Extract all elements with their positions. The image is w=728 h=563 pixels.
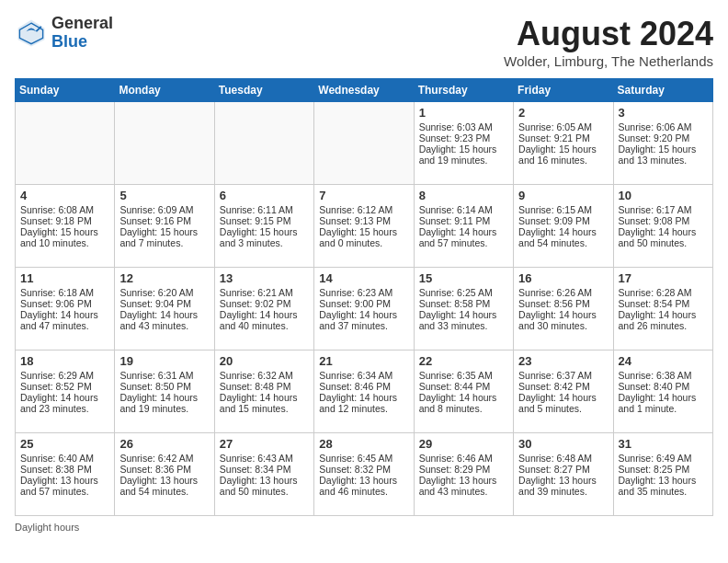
calendar-table: SundayMondayTuesdayWednesdayThursdayFrid… xyxy=(15,78,713,516)
week-row-3: 11Sunrise: 6:18 AMSunset: 9:06 PMDayligh… xyxy=(16,268,713,350)
logo-general-text: General xyxy=(51,14,113,32)
day-number: 31 xyxy=(619,437,708,451)
daylight-text: Daylight: 14 hours and 15 minutes. xyxy=(220,392,309,414)
week-row-5: 25Sunrise: 6:40 AMSunset: 8:38 PMDayligh… xyxy=(16,433,713,516)
sunset-text: Sunset: 9:04 PM xyxy=(119,298,209,309)
day-number: 7 xyxy=(319,189,408,202)
calendar-cell: 30Sunrise: 6:48 AMSunset: 8:27 PMDayligh… xyxy=(514,433,613,516)
daylight-text: Daylight: 14 hours and 19 minutes. xyxy=(119,392,209,414)
sunset-text: Sunset: 9:08 PM xyxy=(619,215,708,226)
daylight-text: Daylight: 13 hours and 39 minutes. xyxy=(518,475,608,497)
day-number: 4 xyxy=(20,189,109,202)
sunrise-text: Sunrise: 6:32 AM xyxy=(220,370,309,381)
sunrise-text: Sunrise: 6:20 AM xyxy=(119,287,209,298)
column-header-saturday: Saturday xyxy=(613,79,712,102)
calendar-cell xyxy=(314,102,414,185)
day-number: 26 xyxy=(119,437,209,451)
sunset-text: Sunset: 8:36 PM xyxy=(119,464,209,475)
sunrise-text: Sunrise: 6:34 AM xyxy=(319,370,408,381)
daylight-text: Daylight: 15 hours and 7 minutes. xyxy=(119,226,209,248)
sunset-text: Sunset: 8:29 PM xyxy=(419,464,508,475)
logo-blue-text: Blue xyxy=(51,32,87,51)
week-row-2: 4Sunrise: 6:08 AMSunset: 9:18 PMDaylight… xyxy=(16,185,713,268)
day-number: 28 xyxy=(319,437,408,451)
sunrise-text: Sunrise: 6:28 AM xyxy=(619,287,708,298)
sunset-text: Sunset: 9:09 PM xyxy=(518,215,608,226)
calendar-cell: 11Sunrise: 6:18 AMSunset: 9:06 PMDayligh… xyxy=(16,268,115,350)
sunset-text: Sunset: 9:13 PM xyxy=(319,215,408,226)
sunset-text: Sunset: 9:00 PM xyxy=(319,298,408,309)
calendar-cell: 5Sunrise: 6:09 AMSunset: 9:16 PMDaylight… xyxy=(115,185,214,268)
calendar-cell: 13Sunrise: 6:21 AMSunset: 9:02 PMDayligh… xyxy=(214,268,313,350)
sunrise-text: Sunrise: 6:03 AM xyxy=(419,121,508,132)
day-number: 13 xyxy=(220,271,309,285)
calendar-cell: 2Sunrise: 6:05 AMSunset: 9:21 PMDaylight… xyxy=(514,102,613,185)
sunrise-text: Sunrise: 6:48 AM xyxy=(518,453,608,464)
sunset-text: Sunset: 8:48 PM xyxy=(220,381,309,392)
sunrise-text: Sunrise: 6:06 AM xyxy=(619,121,708,132)
daylight-text: Daylight: 15 hours and 3 minutes. xyxy=(220,226,309,248)
daylight-text: Daylight: 14 hours and 50 minutes. xyxy=(619,226,708,248)
column-header-monday: Monday xyxy=(115,79,214,102)
calendar-cell: 17Sunrise: 6:28 AMSunset: 8:54 PMDayligh… xyxy=(613,268,712,350)
sunset-text: Sunset: 8:27 PM xyxy=(518,464,608,475)
sunset-text: Sunset: 8:40 PM xyxy=(619,381,708,392)
sunrise-text: Sunrise: 6:38 AM xyxy=(619,370,708,381)
calendar-cell: 27Sunrise: 6:43 AMSunset: 8:34 PMDayligh… xyxy=(214,433,313,516)
logo-icon xyxy=(15,17,48,50)
sunrise-text: Sunrise: 6:43 AM xyxy=(220,453,309,464)
daylight-text: Daylight: 15 hours and 16 minutes. xyxy=(518,144,608,166)
calendar-cell: 23Sunrise: 6:37 AMSunset: 8:42 PMDayligh… xyxy=(514,350,613,433)
week-row-4: 18Sunrise: 6:29 AMSunset: 8:52 PMDayligh… xyxy=(16,350,713,433)
day-number: 9 xyxy=(518,189,608,202)
calendar-cell: 8Sunrise: 6:14 AMSunset: 9:11 PMDaylight… xyxy=(414,185,513,268)
daylight-text: Daylight: 14 hours and 33 minutes. xyxy=(419,309,508,331)
sunset-text: Sunset: 8:50 PM xyxy=(119,381,209,392)
sunset-text: Sunset: 8:25 PM xyxy=(619,464,708,475)
day-number: 15 xyxy=(419,271,508,285)
sunset-text: Sunset: 9:21 PM xyxy=(518,132,608,144)
calendar-cell: 29Sunrise: 6:46 AMSunset: 8:29 PMDayligh… xyxy=(414,433,513,516)
calendar-cell: 25Sunrise: 6:40 AMSunset: 8:38 PMDayligh… xyxy=(16,433,115,516)
daylight-text: Daylight: 13 hours and 35 minutes. xyxy=(619,475,708,497)
daylight-text: Daylight: 13 hours and 54 minutes. xyxy=(119,475,209,497)
sunrise-text: Sunrise: 6:23 AM xyxy=(319,287,408,298)
logo: General Blue xyxy=(15,15,113,52)
sunset-text: Sunset: 9:06 PM xyxy=(20,298,109,309)
daylight-text: Daylight: 14 hours and 43 minutes. xyxy=(119,309,209,331)
daylight-text: Daylight: 15 hours and 19 minutes. xyxy=(419,144,508,166)
sunrise-text: Sunrise: 6:21 AM xyxy=(220,287,309,298)
daylight-text: Daylight: 14 hours and 30 minutes. xyxy=(518,309,608,331)
sunset-text: Sunset: 8:44 PM xyxy=(419,381,508,392)
day-number: 3 xyxy=(619,106,708,120)
sunrise-text: Sunrise: 6:09 AM xyxy=(119,204,209,215)
sunrise-text: Sunrise: 6:37 AM xyxy=(518,370,608,381)
calendar-cell: 6Sunrise: 6:11 AMSunset: 9:15 PMDaylight… xyxy=(214,185,313,268)
day-number: 1 xyxy=(419,106,508,120)
sunset-text: Sunset: 8:38 PM xyxy=(20,464,109,475)
calendar-cell: 10Sunrise: 6:17 AMSunset: 9:08 PMDayligh… xyxy=(613,185,712,268)
daylight-text: Daylight: 14 hours and 57 minutes. xyxy=(419,226,508,248)
day-number: 14 xyxy=(319,271,408,285)
daylight-text: Daylight: 14 hours and 12 minutes. xyxy=(319,392,408,414)
sunset-text: Sunset: 8:34 PM xyxy=(220,464,309,475)
day-number: 22 xyxy=(419,354,508,368)
daylight-text: Daylight: 13 hours and 46 minutes. xyxy=(319,475,408,497)
column-header-tuesday: Tuesday xyxy=(214,79,313,102)
calendar-cell xyxy=(16,102,115,185)
daylight-text: Daylight: 13 hours and 57 minutes. xyxy=(20,475,109,497)
calendar-cell: 3Sunrise: 6:06 AMSunset: 9:20 PMDaylight… xyxy=(613,102,712,185)
calendar-cell: 1Sunrise: 6:03 AMSunset: 9:23 PMDaylight… xyxy=(414,102,513,185)
sunrise-text: Sunrise: 6:17 AM xyxy=(619,204,708,215)
sunrise-text: Sunrise: 6:29 AM xyxy=(20,370,109,381)
day-number: 18 xyxy=(20,354,109,368)
sunset-text: Sunset: 8:42 PM xyxy=(518,381,608,392)
sunset-text: Sunset: 9:16 PM xyxy=(119,215,209,226)
column-header-wednesday: Wednesday xyxy=(314,79,414,102)
sunrise-text: Sunrise: 6:40 AM xyxy=(20,453,109,464)
daylight-text: Daylight: 14 hours and 8 minutes. xyxy=(419,392,508,414)
title-block: August 2024 Wolder, Limburg, The Netherl… xyxy=(504,15,713,69)
calendar-cell: 26Sunrise: 6:42 AMSunset: 8:36 PMDayligh… xyxy=(115,433,214,516)
day-number: 5 xyxy=(119,189,209,202)
calendar-cell: 28Sunrise: 6:45 AMSunset: 8:32 PMDayligh… xyxy=(314,433,414,516)
